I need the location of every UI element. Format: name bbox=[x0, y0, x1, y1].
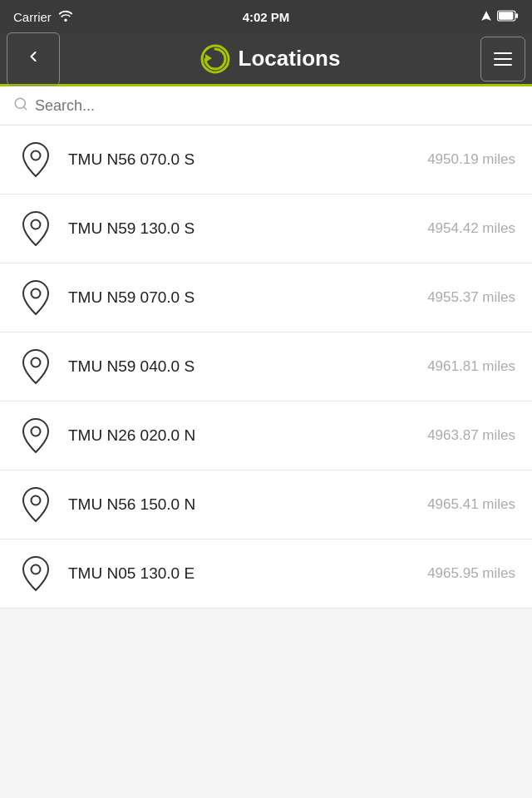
svg-marker-4 bbox=[205, 54, 212, 62]
location-pin-icon bbox=[17, 278, 55, 317]
search-input[interactable] bbox=[35, 97, 519, 115]
list-item[interactable]: TMU N59 070.0 S 4955.37 miles bbox=[0, 264, 532, 332]
status-bar-right bbox=[480, 10, 519, 24]
svg-line-6 bbox=[23, 106, 26, 109]
status-bar-time: 4:02 PM bbox=[243, 10, 290, 24]
wifi-icon bbox=[58, 10, 73, 24]
location-name: TMU N56 070.0 S bbox=[68, 150, 427, 169]
svg-point-7 bbox=[32, 151, 41, 160]
list-item[interactable]: TMU N56 150.0 N 4965.41 miles bbox=[0, 470, 532, 539]
svg-point-9 bbox=[32, 289, 41, 298]
location-pin-icon bbox=[17, 554, 55, 593]
svg-point-13 bbox=[32, 565, 41, 574]
location-pin-icon bbox=[17, 347, 55, 386]
menu-line-1 bbox=[494, 52, 512, 54]
location-arrow-icon bbox=[480, 10, 492, 24]
svg-point-12 bbox=[32, 496, 41, 505]
location-distance: 4955.37 miles bbox=[427, 289, 515, 306]
svg-point-8 bbox=[32, 220, 41, 229]
list-item[interactable]: TMU N56 070.0 S 4950.19 miles bbox=[0, 126, 532, 195]
search-bar bbox=[0, 86, 532, 126]
location-name: TMU N05 130.0 E bbox=[68, 564, 427, 583]
location-distance: 4950.19 miles bbox=[427, 151, 515, 168]
battery-icon bbox=[497, 10, 519, 24]
location-pin-icon bbox=[17, 485, 55, 524]
location-name: TMU N59 070.0 S bbox=[68, 288, 427, 307]
location-name: TMU N59 130.0 S bbox=[68, 219, 427, 238]
location-distance: 4961.81 miles bbox=[427, 358, 515, 375]
back-button[interactable] bbox=[7, 32, 60, 86]
menu-line-2 bbox=[494, 58, 512, 60]
search-input-wrapper bbox=[13, 96, 519, 115]
location-name: TMU N56 150.0 N bbox=[68, 495, 427, 514]
location-pin-icon bbox=[17, 416, 55, 455]
back-arrow-icon bbox=[25, 48, 42, 70]
menu-button[interactable] bbox=[480, 37, 525, 81]
svg-point-11 bbox=[32, 427, 41, 436]
app-logo-icon bbox=[200, 44, 230, 74]
location-name: TMU N59 040.0 S bbox=[68, 357, 427, 376]
svg-point-10 bbox=[32, 358, 41, 367]
nav-title-area: Locations bbox=[66, 44, 474, 74]
menu-line-3 bbox=[494, 64, 512, 66]
search-icon bbox=[13, 96, 28, 115]
page-title: Locations bbox=[239, 46, 341, 71]
location-name: TMU N26 020.0 N bbox=[68, 426, 427, 445]
status-bar-left: Carrier bbox=[13, 10, 73, 24]
list-item[interactable]: TMU N59 040.0 S 4961.81 miles bbox=[0, 332, 532, 401]
list-item[interactable]: TMU N59 130.0 S 4954.42 miles bbox=[0, 195, 532, 264]
location-distance: 4965.95 miles bbox=[427, 565, 515, 582]
carrier-label: Carrier bbox=[13, 10, 52, 24]
svg-rect-2 bbox=[515, 13, 518, 18]
location-pin-icon bbox=[17, 209, 55, 248]
list-item[interactable]: TMU N05 130.0 E 4965.95 miles bbox=[0, 539, 532, 608]
location-list: TMU N56 070.0 S 4950.19 miles TMU N59 13… bbox=[0, 126, 532, 608]
svg-rect-1 bbox=[499, 12, 514, 19]
status-bar: Carrier 4:02 PM bbox=[0, 0, 532, 33]
location-distance: 4963.87 miles bbox=[427, 427, 515, 444]
location-pin-icon bbox=[17, 140, 55, 179]
list-item[interactable]: TMU N26 020.0 N 4963.87 miles bbox=[0, 401, 532, 470]
location-distance: 4965.41 miles bbox=[427, 496, 515, 513]
location-distance: 4954.42 miles bbox=[427, 220, 515, 237]
nav-bar: Locations bbox=[0, 33, 532, 86]
